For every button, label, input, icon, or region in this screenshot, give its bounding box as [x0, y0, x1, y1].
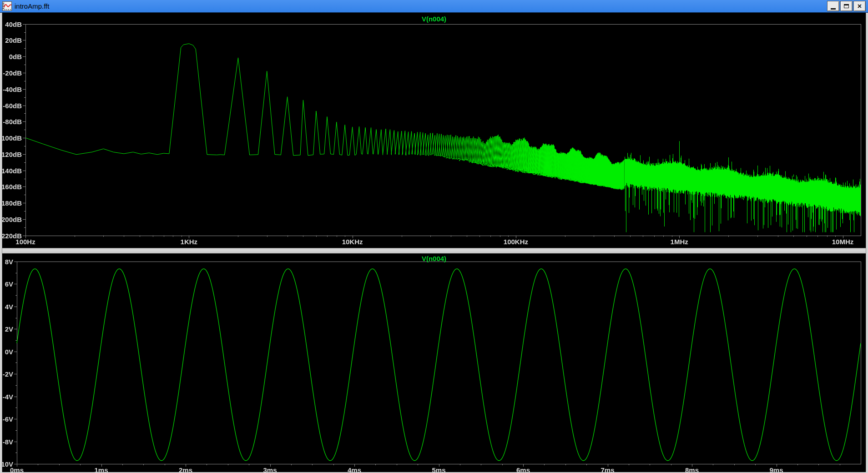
fft-x-tick-label: 1KHz: [181, 238, 198, 246]
fft-x-tick-label: 10MHz: [832, 238, 854, 246]
scope-y-tick-label: 8V: [5, 258, 13, 266]
ltspice-window: introAmp.fft × V(n004) V(n004) 40dB20dB0…: [0, 0, 868, 473]
scope-y-tick-label: 0V: [5, 347, 13, 355]
fft-y-tick-label: 0dB: [9, 53, 22, 60]
maximize-button[interactable]: [840, 1, 853, 11]
fft-y-tick-label: 20dB: [5, 36, 22, 44]
scope-y-tick-label: -4V: [3, 392, 13, 400]
window-title: introAmp.fft: [15, 0, 49, 13]
fft-y-tick-label: -200dB: [0, 215, 22, 223]
fft-x-tick-label: 100Hz: [15, 238, 35, 246]
fft-pane[interactable]: V(n004): [0, 13, 868, 248]
minimize-button[interactable]: [827, 1, 839, 11]
close-icon: ×: [858, 3, 862, 10]
fft-x-tick-label: 10KHz: [342, 238, 363, 246]
scope-y-tick-label: 6V: [5, 280, 13, 288]
fft-x-tick-label: 100KHz: [504, 238, 528, 246]
scope-trace-label: V(n004): [422, 255, 446, 262]
window-frame-left: [0, 13, 2, 473]
fft-y-tick-label: -160dB: [0, 183, 22, 191]
app-icon: [2, 1, 12, 11]
fft-trace-label: V(n004): [422, 15, 446, 23]
minimize-icon: [831, 8, 836, 10]
scope-y-tick-label: -8V: [3, 438, 13, 445]
fft-y-tick-label: -140dB: [0, 166, 22, 174]
time-pane[interactable]: V(n004): [0, 253, 868, 473]
scope-y-tick-label: 4V: [5, 302, 13, 310]
maximize-icon: [844, 4, 849, 8]
fft-y-tick-label: -100dB: [0, 134, 22, 142]
fft-x-tick-label: 1MHz: [671, 238, 688, 246]
scope-y-tick-label: -2V: [3, 370, 13, 378]
fft-y-tick-label: -80dB: [3, 118, 22, 126]
fft-y-tick-label: -20dB: [3, 69, 22, 77]
fft-y-tick-label: -180dB: [0, 199, 22, 207]
fft-y-tick-label: -120dB: [0, 150, 22, 158]
fft-y-tick-label: 40dB: [5, 20, 22, 28]
window-controls: ×: [827, 1, 868, 11]
pane-divider[interactable]: [0, 248, 868, 253]
window-titlebar: introAmp.fft ×: [0, 0, 868, 13]
fft-y-tick-label: -60dB: [3, 101, 22, 109]
scope-y-tick-label: -6V: [3, 415, 13, 423]
scope-y-tick-label: 2V: [5, 325, 13, 333]
close-button[interactable]: ×: [853, 1, 866, 11]
window-frame-right: [866, 13, 868, 473]
fft-y-tick-label: -40dB: [3, 85, 22, 93]
